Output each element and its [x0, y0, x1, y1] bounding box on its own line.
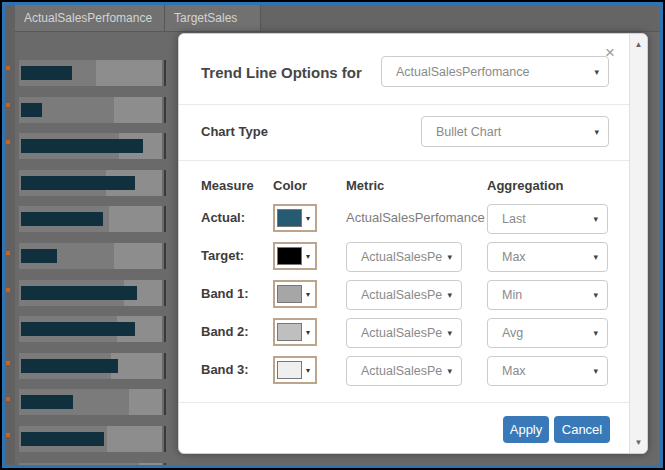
bullet-bar [21, 139, 143, 153]
chart-type-value: Bullet Chart [436, 125, 501, 139]
trend-line-options-dialog: × Trend Line Options for ActualSalesPerf… [178, 33, 648, 454]
bullet-row [19, 353, 168, 379]
metric-select-target[interactable]: ActualSalesPe ▾ [346, 242, 462, 272]
bullet-row [19, 463, 168, 468]
row-marker-icon [6, 103, 10, 107]
aggregation-value: Avg [502, 326, 523, 340]
bullet-row [19, 97, 168, 123]
chevron-down-icon: ▾ [594, 67, 599, 77]
chevron-down-icon: ▾ [593, 290, 598, 300]
chevron-down-icon: ▾ [593, 214, 598, 224]
metric-select-band1[interactable]: ActualSalesPe ▾ [346, 280, 462, 310]
row-marker-icon [6, 251, 10, 255]
column-header-metric: Metric [346, 178, 384, 193]
measure-label-band1: Band 1: [201, 286, 249, 301]
aggregation-select-band3[interactable]: Max ▾ [487, 356, 608, 386]
target-tick [164, 133, 166, 159]
measure-label-actual: Actual: [201, 210, 245, 225]
metric-select-band3[interactable]: ActualSalesPe ▾ [346, 356, 462, 386]
row-marker-icon [6, 397, 10, 401]
metric-value-actual: ActualSalesPerfomance [346, 210, 485, 225]
chevron-down-icon: ▾ [306, 214, 310, 223]
chevron-down-icon: ▾ [306, 290, 310, 299]
bullet-bar [21, 176, 135, 190]
bullet-bar [21, 66, 72, 80]
bullet-row [19, 206, 168, 232]
cancel-button[interactable]: Cancel [554, 416, 610, 443]
color-swatch [277, 285, 302, 303]
color-swatch [277, 361, 302, 379]
color-picker-actual[interactable]: ▾ [273, 204, 317, 232]
chevron-down-icon: ▾ [447, 328, 452, 338]
color-picker-band3[interactable]: ▾ [273, 356, 317, 384]
scroll-down-icon[interactable]: ▼ [630, 438, 647, 447]
metric-select-band2[interactable]: ActualSalesPe ▾ [346, 318, 462, 348]
aggregation-select-band2[interactable]: Avg ▾ [487, 318, 608, 348]
color-picker-target[interactable]: ▾ [273, 242, 317, 270]
tab-bar: ActualSalesPerfomance TargetSales [15, 5, 660, 32]
bullet-chart-background [19, 32, 184, 465]
chart-type-label: Chart Type [201, 124, 268, 139]
row-marker-icon [6, 66, 10, 70]
tab-label: ActualSalesPerfomance [24, 11, 152, 25]
chart-type-select[interactable]: Bullet Chart ▾ [421, 116, 609, 147]
measure-label-band2: Band 2: [201, 324, 249, 339]
bullet-row [19, 60, 168, 86]
column-header-color: Color [273, 178, 307, 193]
color-picker-band2[interactable]: ▾ [273, 318, 317, 346]
bullet-row [19, 316, 168, 342]
color-picker-band1[interactable]: ▾ [273, 280, 317, 308]
row-marker-icon [6, 288, 10, 292]
chevron-down-icon: ▾ [447, 366, 452, 376]
target-tick [164, 97, 166, 123]
color-swatch [277, 209, 302, 227]
target-tick [164, 60, 166, 86]
trend-measure-value: ActualSalesPerfomance [396, 65, 529, 79]
metric-value: ActualSalesPe [361, 364, 442, 378]
aggregation-value: Max [502, 364, 526, 378]
bullet-bar [21, 249, 57, 263]
chevron-down-icon: ▾ [593, 366, 598, 376]
target-tick [164, 426, 166, 452]
chevron-down-icon: ▾ [306, 252, 310, 261]
chevron-down-icon: ▾ [447, 252, 452, 262]
bullet-row [19, 280, 168, 306]
tab-actualsalesperfomance[interactable]: ActualSalesPerfomance [15, 5, 165, 31]
row-marker-icon [6, 140, 10, 144]
aggregation-select-actual[interactable]: Last ▾ [487, 204, 608, 234]
aggregation-value: Max [502, 250, 526, 264]
bullet-row [19, 170, 168, 196]
apply-button[interactable]: Apply [503, 416, 549, 443]
application-window: ActualSalesPerfomance TargetSales × Tren… [0, 0, 665, 470]
target-tick [164, 170, 166, 196]
target-tick [164, 280, 166, 306]
scrollbar[interactable]: ▲ ▼ [629, 34, 647, 453]
chevron-down-icon: ▾ [593, 252, 598, 262]
color-swatch [277, 247, 302, 265]
chevron-down-icon: ▾ [594, 127, 599, 137]
target-tick [164, 353, 166, 379]
aggregation-select-target[interactable]: Max ▾ [487, 242, 608, 272]
chevron-down-icon: ▾ [306, 366, 310, 375]
chevron-down-icon: ▾ [306, 328, 310, 337]
metric-value: ActualSalesPe [361, 326, 442, 340]
chart-left-gutter [5, 5, 15, 465]
trend-measure-select[interactable]: ActualSalesPerfomance ▾ [381, 56, 609, 87]
bullet-bar [21, 103, 42, 117]
aggregation-select-band1[interactable]: Min ▾ [487, 280, 608, 310]
aggregation-value: Last [502, 212, 526, 226]
measure-label-band3: Band 3: [201, 362, 249, 377]
aggregation-value: Min [502, 288, 522, 302]
bullet-row [19, 133, 168, 159]
bullet-row [19, 389, 168, 415]
tab-targetsales[interactable]: TargetSales [165, 5, 261, 31]
divider [179, 160, 629, 161]
bullet-row [19, 426, 168, 452]
target-tick [164, 243, 166, 269]
bullet-bar [21, 432, 104, 446]
bullet-bar [21, 395, 73, 409]
scroll-up-icon[interactable]: ▲ [630, 40, 647, 49]
metric-value: ActualSalesPe [361, 250, 442, 264]
window-frame: ActualSalesPerfomance TargetSales × Tren… [2, 2, 663, 468]
row-marker-icon [6, 433, 10, 437]
